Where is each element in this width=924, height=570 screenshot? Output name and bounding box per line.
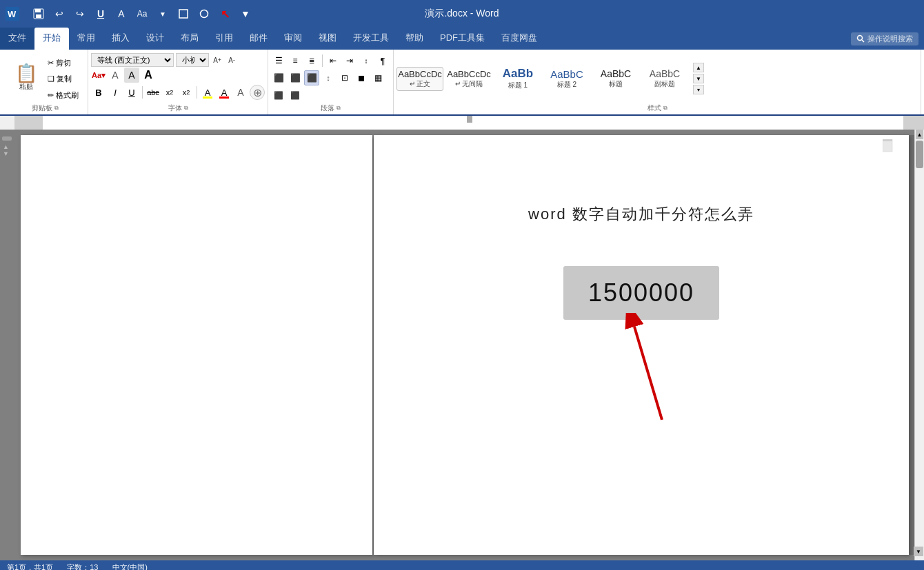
- bullet-list-button[interactable]: ☰: [271, 53, 286, 68]
- font-color-quick-button[interactable]: A: [112, 4, 131, 23]
- styles-expand-icon[interactable]: ⧉: [663, 105, 667, 112]
- page-down-btn[interactable]: ▼: [3, 150, 9, 157]
- text-shade-button[interactable]: A: [233, 85, 248, 100]
- styles-more[interactable]: ▾: [693, 85, 704, 94]
- line-spacing-button[interactable]: ↕: [321, 70, 336, 85]
- ribbon: 文件 开始 常用 插入 设计 布局 引用 邮件 审阅 视图 开发工具 帮助 PD…: [0, 28, 924, 116]
- scroll-thumb[interactable]: [916, 141, 923, 168]
- style-subtitle[interactable]: AaBbC 副标题: [641, 66, 688, 91]
- align-left-button[interactable]: ⬛: [271, 70, 286, 85]
- style-no-space[interactable]: AaBbCcDc ↵ 无间隔: [445, 67, 492, 91]
- red-arrow-svg: [621, 313, 669, 423]
- styles-group: AaBbCcDc ↵ 正文 AaBbCcDc ↵ 无间隔 AaBb 标题 1 A…: [394, 50, 921, 114]
- text-highlight-button[interactable]: A: [200, 85, 215, 100]
- aa2-button[interactable]: A: [124, 68, 139, 83]
- text-effect-button[interactable]: A: [108, 68, 123, 83]
- page-info: 第1页，共1页: [7, 562, 53, 571]
- tab-common[interactable]: 常用: [69, 28, 103, 50]
- align-center-button[interactable]: ⬛: [304, 70, 319, 85]
- underline-quick-button[interactable]: U: [91, 4, 110, 23]
- copy-button[interactable]: ❑ 复制: [46, 73, 81, 85]
- sort-button[interactable]: ↕: [359, 53, 374, 68]
- ruler-main: [15, 116, 924, 130]
- para-expand-icon[interactable]: ⧉: [337, 105, 341, 112]
- title-bar-left: W ↩ ↪ U A Aa ▼: [6, 4, 255, 23]
- cursor-button[interactable]: ↖: [215, 4, 234, 23]
- aa-large-button[interactable]: A: [141, 68, 156, 83]
- underline-button[interactable]: U: [124, 85, 139, 100]
- chinese-layout-button[interactable]: ⬛: [288, 88, 303, 103]
- document-title: 演示.docx - Word: [425, 8, 499, 20]
- right-page: word 数字自动加千分符怎么弄 1500000: [374, 135, 909, 555]
- font-name-select[interactable]: 等线 (西文正文): [91, 53, 174, 67]
- align-distributed-button[interactable]: ⬛: [271, 88, 286, 103]
- tab-view[interactable]: 视图: [310, 28, 345, 50]
- font-group-label: 字体 ⧉: [91, 103, 265, 114]
- ribbon-content: 📋 粘贴 ✂ 剪切 ❑ 复制 ✏: [0, 50, 924, 114]
- vertical-scrollbar[interactable]: ▲ ▼: [914, 130, 924, 560]
- bold-button[interactable]: B: [91, 85, 106, 100]
- tab-review[interactable]: 审阅: [276, 28, 310, 50]
- tab-mailings[interactable]: 邮件: [241, 28, 276, 50]
- format-painter-button[interactable]: ✏ 格式刷: [46, 90, 81, 101]
- customize-button[interactable]: ▼: [236, 4, 255, 23]
- svg-line-8: [862, 40, 864, 42]
- tab-file[interactable]: 文件: [0, 28, 34, 50]
- scroll-down-button[interactable]: ▼: [914, 547, 923, 556]
- search-input-label[interactable]: 操作说明搜索: [867, 34, 913, 44]
- shape-button[interactable]: [174, 4, 193, 23]
- tab-references[interactable]: 引用: [207, 28, 241, 50]
- quick-access-toolbar: ↩ ↪ U A Aa ▼ ↖ ▼: [29, 4, 255, 23]
- strikethrough-button[interactable]: abc: [145, 85, 161, 100]
- show-marks-button[interactable]: ¶: [375, 53, 390, 68]
- copy-icon: ❑: [48, 74, 54, 83]
- tab-baidu[interactable]: 百度网盘: [493, 28, 545, 50]
- italic-button[interactable]: I: [108, 85, 123, 100]
- more-quick-button[interactable]: ▼: [153, 4, 172, 23]
- increase-font-button[interactable]: A+: [211, 54, 223, 66]
- redo-button[interactable]: ↪: [70, 4, 90, 23]
- tab-developer[interactable]: 开发工具: [345, 28, 397, 50]
- clear-format-button[interactable]: Aa▾: [91, 68, 106, 83]
- add-char-button[interactable]: ⊕: [250, 85, 265, 100]
- tab-help[interactable]: 帮助: [397, 28, 432, 50]
- styles-scroll-down[interactable]: ▼: [693, 74, 704, 83]
- font-expand-icon[interactable]: ⧉: [184, 105, 188, 112]
- paste-button[interactable]: 📋 粘贴: [10, 52, 43, 103]
- numbered-list-button[interactable]: ≡: [288, 53, 303, 68]
- font-size-select[interactable]: 小初: [176, 53, 209, 67]
- style-normal[interactable]: AaBbCcDc ↵ 正文: [396, 67, 443, 91]
- page-up-btn[interactable]: ▲: [3, 143, 9, 150]
- cut-button[interactable]: ✂ 剪切: [46, 57, 81, 69]
- word-count: 字数：13: [67, 562, 98, 571]
- decrease-indent-button[interactable]: ⇤: [325, 53, 341, 68]
- tab-design[interactable]: 设计: [138, 28, 172, 50]
- undo-button[interactable]: ↩: [50, 4, 69, 23]
- subscript-button[interactable]: x2: [162, 85, 177, 100]
- tab-home[interactable]: 开始: [34, 28, 69, 50]
- multilevel-list-button[interactable]: ≣: [304, 53, 319, 68]
- shade-button[interactable]: ◼: [354, 70, 369, 85]
- para-border-button[interactable]: ⊡: [337, 70, 352, 85]
- style-heading2[interactable]: AaBbC 标题 2: [543, 66, 590, 92]
- style-title[interactable]: AaBbC 标题: [592, 66, 639, 91]
- scroll-up-button[interactable]: ▲: [916, 130, 923, 139]
- aa-quick-button[interactable]: Aa: [132, 4, 152, 23]
- save-button[interactable]: [29, 4, 48, 23]
- ruler-corner: [0, 116, 15, 130]
- style-heading1[interactable]: AaBb 标题 1: [494, 65, 541, 92]
- tab-pdf[interactable]: PDF工具集: [432, 28, 493, 50]
- decrease-font-button[interactable]: A-: [225, 54, 238, 66]
- font-color-button[interactable]: A: [217, 85, 232, 100]
- styles-scroll-up[interactable]: ▲: [693, 63, 704, 72]
- paragraph-label: 段落 ⧉: [271, 103, 390, 114]
- align-right-button[interactable]: ⬛: [288, 70, 303, 85]
- border-button[interactable]: ▦: [370, 70, 385, 85]
- clipboard-expand-icon[interactable]: ⧉: [54, 105, 59, 112]
- circle-button[interactable]: [194, 4, 214, 23]
- tab-insert[interactable]: 插入: [103, 28, 138, 50]
- increase-indent-button[interactable]: ⇥: [342, 53, 357, 68]
- tab-layout[interactable]: 布局: [172, 28, 207, 50]
- word-logo-icon: W: [6, 7, 19, 21]
- superscript-button[interactable]: x2: [179, 85, 194, 100]
